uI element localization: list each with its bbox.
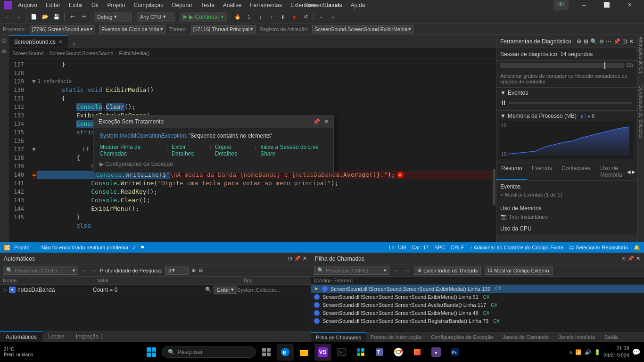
diag-tab-resumo[interactable]: Resumo [496, 163, 527, 180]
restart-button[interactable]: ↺ [300, 12, 311, 22]
pause-icon[interactable]: ⏸ [500, 99, 507, 107]
diag-tab-next[interactable]: ▶ [632, 169, 636, 174]
autos-pin-button[interactable]: 📌 [294, 255, 301, 262]
menu-editar[interactable]: Editar [42, 1, 64, 9]
cs-tab-cmdwindow[interactable]: Janela de Comando [498, 332, 553, 342]
events-section-header[interactable]: ▼ Eventos [500, 90, 634, 96]
diag-history-button[interactable]: ⊞ [584, 38, 588, 45]
menu-projeto[interactable]: Projeto [103, 1, 129, 9]
continue-button[interactable]: ▶ ▶ Continuar ▾ [180, 12, 227, 22]
cs-tab-immediate[interactable]: Janela Imediata [553, 332, 600, 342]
process-dropdown[interactable]: [7796] ScreenSound.exe ▾ [30, 25, 95, 33]
cs-back-button[interactable]: ← [393, 267, 400, 274]
powershell-button[interactable]: PS [446, 344, 463, 361]
show-callstack-link[interactable]: Mostrar Pilha de Chamadas [99, 144, 163, 157]
stop-button[interactable]: ■ [289, 12, 299, 22]
cs-row-4[interactable]: ScreenSound.dll!ScreenSound.ScreenSound.… [311, 317, 644, 325]
show-threads-button[interactable]: ⊞ Exibir todos os Threads [414, 266, 481, 275]
cs-search-input[interactable] [326, 268, 382, 273]
task-view-button[interactable] [258, 344, 275, 361]
popup-pin-button[interactable]: 📌 [313, 118, 320, 125]
search-dropdown-icon[interactable]: ▾ [73, 268, 75, 273]
start-button[interactable] [143, 344, 160, 361]
select-repo-button[interactable]: 🗂 Selecionar Repositório [569, 245, 628, 250]
notification-button[interactable]: 💬 [632, 348, 640, 356]
new-file-button[interactable]: 📄 [29, 12, 39, 22]
menu-ferramentas[interactable]: Ferramentas [246, 1, 286, 9]
terminal-button[interactable]: >_ [333, 344, 350, 361]
stack-dropdown[interactable]: ScreenSound.ScreenSound.ExibirMedia ▾ [312, 25, 413, 33]
diag-tab-contadores[interactable]: Contadores [557, 163, 595, 180]
show-hidden-button[interactable]: ∧ [569, 350, 572, 355]
collapse-icon-129[interactable]: ▼ [32, 77, 36, 86]
diag-more-button[interactable]: ⋯ [606, 38, 611, 45]
teams-button[interactable]: T [371, 344, 388, 361]
code-scrollbar[interactable] [492, 58, 496, 242]
diag-tab-prev[interactable]: ◀ [627, 169, 631, 174]
diag-settings-button[interactable]: ⚙ [577, 38, 582, 45]
thread-dropdown[interactable]: [17116] Thread Principal ▾ [191, 25, 256, 33]
step-out-button[interactable]: ↑ [266, 12, 277, 22]
solution-explorer-icon[interactable]: Alterações de Git [638, 37, 644, 73]
debug-config-dropdown[interactable]: Debug ▾ [94, 12, 132, 22]
redo-button[interactable]: ↪ [78, 12, 89, 22]
menu-ajuda[interactable]: Ajuda [347, 1, 369, 9]
diag-zoom-in-button[interactable]: 🔍 [590, 38, 597, 45]
live-share-link[interactable]: Inicie a Sessão do Live Share [260, 144, 328, 157]
menu-teste[interactable]: Teste [197, 1, 218, 9]
snapshot-button[interactable]: 📷 Tirar Instantâneo [500, 214, 634, 220]
add-source-button[interactable]: ↑ Adicionar ao Controle do Código-Fonte [470, 245, 564, 250]
nav-prev-button[interactable]: ← [316, 12, 326, 22]
clock[interactable]: 21:38 28/01/2024 [603, 345, 629, 360]
nav-next-button[interactable]: → [327, 12, 338, 22]
fwd-nav-button[interactable]: → [13, 12, 24, 22]
diag-tab-eventos[interactable]: Eventos [527, 163, 557, 180]
menu-exibir[interactable]: Exibir [65, 1, 87, 9]
file-explorer-button[interactable] [296, 344, 313, 361]
cs-tab-exconfig[interactable]: Configurações de Exceção [426, 332, 497, 342]
memory-section-header[interactable]: ▼ Memória de Processo (MB) ▮ I ● B [500, 113, 634, 119]
depth-dropdown[interactable]: 3 ▾ [165, 266, 189, 275]
git-changes-icon[interactable]: Gerenciador de Soluções [638, 85, 644, 139]
cs-row-2[interactable]: ScreenSound.dll!ScreenSound.ScreenSound.… [311, 301, 644, 309]
autos-icon2[interactable]: ⊟ [198, 267, 203, 273]
cs-tab-callstack[interactable]: Pilha de Chamadas [311, 332, 366, 342]
step-into-button[interactable]: ↓ [255, 12, 265, 22]
cs-search-dropdown[interactable]: ▾ [384, 268, 386, 273]
menu-compilacao[interactable]: Compilação [130, 1, 167, 9]
tab-close-button[interactable]: ✕ [58, 39, 62, 44]
autos-search-box[interactable]: 🔍 ▾ [3, 266, 78, 275]
collapse-icon-136[interactable]: ▼ [32, 145, 36, 154]
vs-purple-button[interactable]: ⬥ [428, 344, 445, 361]
diag-zoom-out-button[interactable]: ⊖ [599, 38, 604, 45]
popup-close-button[interactable]: ✕ [324, 118, 329, 125]
save-button[interactable]: 💾 [51, 12, 62, 22]
autos-icon1[interactable]: ⊞ [191, 267, 196, 273]
diag-float-button[interactable]: ⊡ [622, 38, 627, 45]
autos-close-button[interactable]: ✕ [303, 255, 307, 262]
cs-search-box[interactable]: 🔍 ▾ [314, 266, 389, 275]
cs-row-3[interactable]: ScreenSound.dll!ScreenSound.ScreenSound.… [311, 309, 644, 317]
autos-search-input[interactable] [15, 268, 71, 273]
diag-close-button[interactable]: ✕ [629, 38, 634, 45]
cs-pin-button[interactable]: 📌 [627, 255, 634, 262]
taskbar-search[interactable]: 🔍 Pesquisar [162, 346, 256, 358]
diag-pin-button[interactable]: 📌 [613, 38, 620, 45]
cs-row-1[interactable]: ScreenSound.dll!ScreenSound.ScreenSound.… [311, 293, 644, 301]
tab-inspection[interactable]: Inspeção 1 [70, 331, 109, 342]
search-fwd-button[interactable]: → [91, 267, 97, 274]
show-external-button[interactable]: ⊡ Mostrar Código Externo [485, 266, 552, 275]
menu-arquivo[interactable]: Arquivo [14, 1, 41, 9]
cs-float-button[interactable]: ⊡ [621, 255, 626, 262]
open-button[interactable]: 📂 [40, 12, 50, 22]
show-button[interactable]: Exibir ▾ [214, 286, 237, 294]
menu-git[interactable]: Git [88, 1, 102, 9]
view-details-link[interactable]: Exibir Detalhes [172, 144, 206, 157]
chrome-button[interactable] [390, 344, 407, 361]
menu-analise[interactable]: Análise [219, 1, 245, 9]
notification-bell-icon[interactable]: 🔔 [634, 245, 640, 251]
copy-details-link[interactable]: Copiar Detalhes [215, 144, 251, 157]
minimize-button[interactable]: ─ [573, 0, 595, 10]
autos-float-button[interactable]: ⊡ [288, 255, 292, 262]
edge-button[interactable]: e [277, 344, 294, 361]
